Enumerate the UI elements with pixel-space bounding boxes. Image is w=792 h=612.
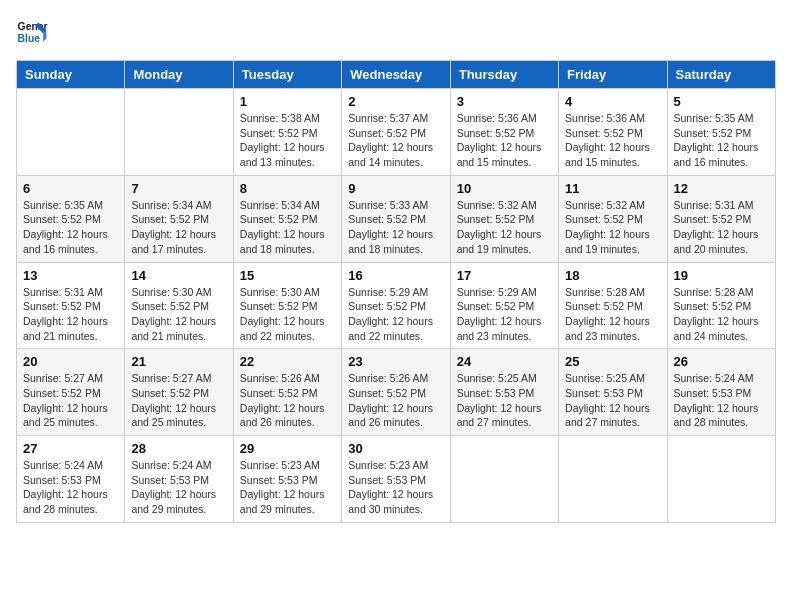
day-number: 16 (348, 268, 443, 283)
calendar-cell: 1Sunrise: 5:38 AM Sunset: 5:52 PM Daylig… (233, 89, 341, 176)
day-number: 25 (565, 354, 660, 369)
calendar-cell: 8Sunrise: 5:34 AM Sunset: 5:52 PM Daylig… (233, 175, 341, 262)
calendar-cell: 12Sunrise: 5:31 AM Sunset: 5:52 PM Dayli… (667, 175, 775, 262)
day-number: 19 (674, 268, 769, 283)
day-info: Sunrise: 5:30 AM Sunset: 5:52 PM Dayligh… (240, 285, 335, 344)
day-info: Sunrise: 5:38 AM Sunset: 5:52 PM Dayligh… (240, 111, 335, 170)
day-info: Sunrise: 5:26 AM Sunset: 5:52 PM Dayligh… (348, 371, 443, 430)
day-number: 1 (240, 94, 335, 109)
day-info: Sunrise: 5:23 AM Sunset: 5:53 PM Dayligh… (348, 458, 443, 517)
day-info: Sunrise: 5:23 AM Sunset: 5:53 PM Dayligh… (240, 458, 335, 517)
day-number: 8 (240, 181, 335, 196)
day-info: Sunrise: 5:29 AM Sunset: 5:52 PM Dayligh… (348, 285, 443, 344)
day-info: Sunrise: 5:26 AM Sunset: 5:52 PM Dayligh… (240, 371, 335, 430)
day-info: Sunrise: 5:24 AM Sunset: 5:53 PM Dayligh… (131, 458, 226, 517)
calendar-cell (450, 436, 558, 523)
day-info: Sunrise: 5:34 AM Sunset: 5:52 PM Dayligh… (240, 198, 335, 257)
day-info: Sunrise: 5:25 AM Sunset: 5:53 PM Dayligh… (565, 371, 660, 430)
calendar-cell: 3Sunrise: 5:36 AM Sunset: 5:52 PM Daylig… (450, 89, 558, 176)
calendar-cell: 27Sunrise: 5:24 AM Sunset: 5:53 PM Dayli… (17, 436, 125, 523)
day-number: 10 (457, 181, 552, 196)
calendar-week-5: 27Sunrise: 5:24 AM Sunset: 5:53 PM Dayli… (17, 436, 776, 523)
weekday-header-sunday: Sunday (17, 61, 125, 89)
calendar-cell: 30Sunrise: 5:23 AM Sunset: 5:53 PM Dayli… (342, 436, 450, 523)
calendar-cell: 17Sunrise: 5:29 AM Sunset: 5:52 PM Dayli… (450, 262, 558, 349)
day-info: Sunrise: 5:36 AM Sunset: 5:52 PM Dayligh… (457, 111, 552, 170)
calendar-cell: 4Sunrise: 5:36 AM Sunset: 5:52 PM Daylig… (559, 89, 667, 176)
calendar-cell: 25Sunrise: 5:25 AM Sunset: 5:53 PM Dayli… (559, 349, 667, 436)
day-info: Sunrise: 5:32 AM Sunset: 5:52 PM Dayligh… (457, 198, 552, 257)
calendar-cell: 15Sunrise: 5:30 AM Sunset: 5:52 PM Dayli… (233, 262, 341, 349)
day-info: Sunrise: 5:24 AM Sunset: 5:53 PM Dayligh… (23, 458, 118, 517)
calendar-week-3: 13Sunrise: 5:31 AM Sunset: 5:52 PM Dayli… (17, 262, 776, 349)
day-number: 21 (131, 354, 226, 369)
calendar-cell: 24Sunrise: 5:25 AM Sunset: 5:53 PM Dayli… (450, 349, 558, 436)
weekday-header-friday: Friday (559, 61, 667, 89)
calendar-table: SundayMondayTuesdayWednesdayThursdayFrid… (16, 60, 776, 523)
calendar-cell: 5Sunrise: 5:35 AM Sunset: 5:52 PM Daylig… (667, 89, 775, 176)
day-number: 18 (565, 268, 660, 283)
day-number: 15 (240, 268, 335, 283)
page-header: General Blue (16, 16, 776, 48)
day-info: Sunrise: 5:27 AM Sunset: 5:52 PM Dayligh… (131, 371, 226, 430)
day-number: 20 (23, 354, 118, 369)
day-number: 22 (240, 354, 335, 369)
calendar-cell (559, 436, 667, 523)
calendar-cell: 18Sunrise: 5:28 AM Sunset: 5:52 PM Dayli… (559, 262, 667, 349)
day-info: Sunrise: 5:28 AM Sunset: 5:52 PM Dayligh… (565, 285, 660, 344)
day-number: 14 (131, 268, 226, 283)
day-info: Sunrise: 5:30 AM Sunset: 5:52 PM Dayligh… (131, 285, 226, 344)
day-info: Sunrise: 5:32 AM Sunset: 5:52 PM Dayligh… (565, 198, 660, 257)
day-number: 12 (674, 181, 769, 196)
day-number: 29 (240, 441, 335, 456)
calendar-cell: 29Sunrise: 5:23 AM Sunset: 5:53 PM Dayli… (233, 436, 341, 523)
day-number: 13 (23, 268, 118, 283)
day-number: 26 (674, 354, 769, 369)
calendar-cell (667, 436, 775, 523)
weekday-header-saturday: Saturday (667, 61, 775, 89)
day-number: 6 (23, 181, 118, 196)
day-number: 11 (565, 181, 660, 196)
day-info: Sunrise: 5:29 AM Sunset: 5:52 PM Dayligh… (457, 285, 552, 344)
day-number: 2 (348, 94, 443, 109)
calendar-cell: 13Sunrise: 5:31 AM Sunset: 5:52 PM Dayli… (17, 262, 125, 349)
calendar-cell: 2Sunrise: 5:37 AM Sunset: 5:52 PM Daylig… (342, 89, 450, 176)
day-info: Sunrise: 5:24 AM Sunset: 5:53 PM Dayligh… (674, 371, 769, 430)
calendar-cell: 14Sunrise: 5:30 AM Sunset: 5:52 PM Dayli… (125, 262, 233, 349)
day-info: Sunrise: 5:31 AM Sunset: 5:52 PM Dayligh… (674, 198, 769, 257)
calendar-cell: 10Sunrise: 5:32 AM Sunset: 5:52 PM Dayli… (450, 175, 558, 262)
calendar-cell: 28Sunrise: 5:24 AM Sunset: 5:53 PM Dayli… (125, 436, 233, 523)
day-number: 27 (23, 441, 118, 456)
calendar-cell: 19Sunrise: 5:28 AM Sunset: 5:52 PM Dayli… (667, 262, 775, 349)
day-number: 4 (565, 94, 660, 109)
day-number: 9 (348, 181, 443, 196)
weekday-header-tuesday: Tuesday (233, 61, 341, 89)
day-info: Sunrise: 5:27 AM Sunset: 5:52 PM Dayligh… (23, 371, 118, 430)
calendar-cell: 7Sunrise: 5:34 AM Sunset: 5:52 PM Daylig… (125, 175, 233, 262)
weekday-header-monday: Monday (125, 61, 233, 89)
calendar-cell: 21Sunrise: 5:27 AM Sunset: 5:52 PM Dayli… (125, 349, 233, 436)
calendar-cell: 22Sunrise: 5:26 AM Sunset: 5:52 PM Dayli… (233, 349, 341, 436)
day-info: Sunrise: 5:35 AM Sunset: 5:52 PM Dayligh… (23, 198, 118, 257)
calendar-cell: 16Sunrise: 5:29 AM Sunset: 5:52 PM Dayli… (342, 262, 450, 349)
svg-text:Blue: Blue (18, 33, 41, 44)
calendar-cell: 20Sunrise: 5:27 AM Sunset: 5:52 PM Dayli… (17, 349, 125, 436)
calendar-cell (17, 89, 125, 176)
day-number: 28 (131, 441, 226, 456)
day-info: Sunrise: 5:35 AM Sunset: 5:52 PM Dayligh… (674, 111, 769, 170)
calendar-cell: 11Sunrise: 5:32 AM Sunset: 5:52 PM Dayli… (559, 175, 667, 262)
day-info: Sunrise: 5:33 AM Sunset: 5:52 PM Dayligh… (348, 198, 443, 257)
calendar-cell: 6Sunrise: 5:35 AM Sunset: 5:52 PM Daylig… (17, 175, 125, 262)
calendar-header-row: SundayMondayTuesdayWednesdayThursdayFrid… (17, 61, 776, 89)
day-number: 3 (457, 94, 552, 109)
day-info: Sunrise: 5:34 AM Sunset: 5:52 PM Dayligh… (131, 198, 226, 257)
day-info: Sunrise: 5:25 AM Sunset: 5:53 PM Dayligh… (457, 371, 552, 430)
day-number: 23 (348, 354, 443, 369)
calendar-week-1: 1Sunrise: 5:38 AM Sunset: 5:52 PM Daylig… (17, 89, 776, 176)
logo: General Blue (16, 16, 52, 48)
calendar-week-2: 6Sunrise: 5:35 AM Sunset: 5:52 PM Daylig… (17, 175, 776, 262)
calendar-cell: 9Sunrise: 5:33 AM Sunset: 5:52 PM Daylig… (342, 175, 450, 262)
calendar-cell (125, 89, 233, 176)
day-number: 30 (348, 441, 443, 456)
day-info: Sunrise: 5:28 AM Sunset: 5:52 PM Dayligh… (674, 285, 769, 344)
